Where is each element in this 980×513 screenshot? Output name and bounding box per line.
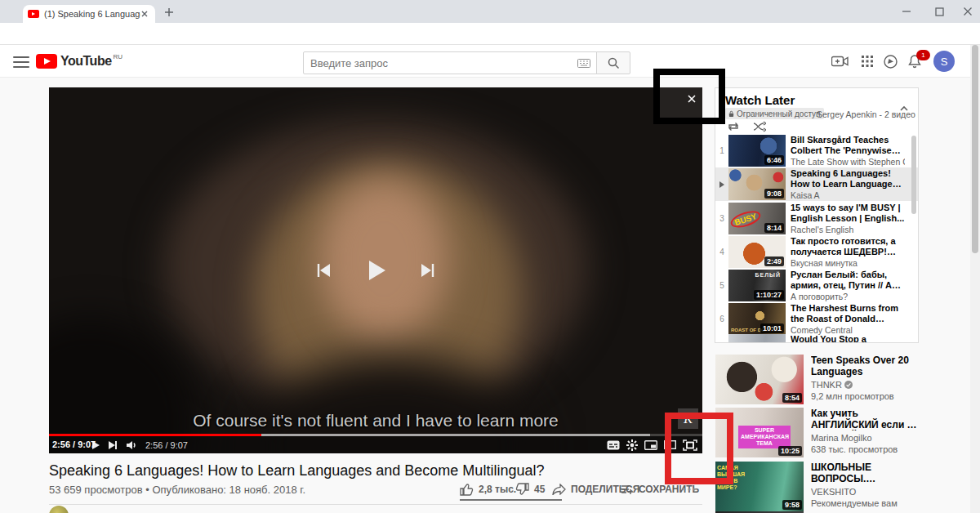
playlist-item[interactable]: 6ROAST OF DO10:01The Harshest Burns from…	[715, 302, 918, 336]
recommended-thumbnail: 8:54	[715, 355, 804, 404]
playlist-index: 1	[715, 134, 728, 167]
recommended-item[interactable]: 8:54Teen Speaks Over 20 LanguagesTHNKR9,…	[715, 353, 920, 404]
playlist-item-meta: Speaking 6 Languages! How to Learn Langu…	[791, 168, 905, 200]
window-close-button[interactable]	[951, 0, 980, 23]
channel-avatar[interactable]	[49, 506, 69, 513]
playlist-item[interactable]: 42:49Так просто готовится, а получается …	[715, 235, 918, 269]
player-control-bar: 2:56 / 9:07 2:56 / 9:07	[49, 436, 702, 453]
playlist-item-title: Speaking 6 Languages! How to Learn Langu…	[791, 168, 905, 190]
notification-badge: 1	[916, 50, 930, 60]
playlist-thumbnail: BUSY8:14	[728, 203, 786, 234]
loop-playlist-icon[interactable]	[727, 121, 740, 132]
dislike-button[interactable]: 45	[515, 481, 545, 497]
playlist-item-title: 15 ways to say I'M BUSY | English Lesson…	[791, 203, 905, 224]
browser-titlebar: (1) Speaking 6 Languages! How t	[0, 0, 980, 23]
play-icon[interactable]	[363, 258, 388, 283]
new-tab-button[interactable]	[163, 7, 175, 18]
recommended-item-meta: Как учить АНГЛИЙСКИЙ если ты РУССКИЙ. 5 …	[811, 408, 920, 454]
window-minimize-button[interactable]	[890, 0, 923, 23]
player-center-controls	[49, 256, 702, 285]
now-playing-triangle-icon	[719, 181, 724, 188]
playlist-thumbnail: 2:49	[728, 236, 786, 268]
thumb-down-icon	[515, 483, 529, 496]
miniplayer-icon[interactable]	[644, 440, 657, 450]
recommended-title: ШКОЛЬНЫЕ ВОПРОСЫ. Школьники отвечают на.…	[811, 462, 920, 484]
tab-close-icon[interactable]	[140, 10, 149, 18]
caption-text: Of course it's not fluent and I have to …	[49, 411, 702, 430]
recommended-item[interactable]: САМАЯ ВЫСШАЯ ГОРА В МИРЕ?9:58ШКОЛЬНЫЕ ВО…	[715, 460, 920, 511]
search-button[interactable]	[596, 51, 630, 74]
playlist-thumbnail: 9:08	[728, 168, 786, 200]
create-video-icon[interactable]	[831, 53, 849, 69]
search-box[interactable]	[303, 51, 597, 74]
youtube-favicon-icon	[28, 10, 39, 18]
publish-date: Опубликовано: 18 нояб. 2018 г.	[152, 484, 305, 496]
previous-video-icon[interactable]	[314, 261, 332, 279]
like-button[interactable]: 2,8 тыс.	[460, 481, 516, 497]
messages-icon[interactable]	[881, 53, 899, 69]
next-video-icon[interactable]	[419, 261, 437, 279]
playlist-item[interactable]: 7Would You Stop a Underage Girl	[715, 333, 918, 342]
guide-menu-icon[interactable]	[13, 56, 29, 68]
shuffle-playlist-icon[interactable]	[753, 121, 766, 132]
collapse-chevron-icon[interactable]	[898, 103, 911, 116]
playlist-item[interactable]: 16:46Bill Skarsgård Teaches Colbert The …	[715, 134, 918, 167]
window-maximize-button[interactable]	[923, 0, 956, 23]
youtube-apps-icon[interactable]	[858, 53, 876, 69]
thumbnail-label: SUPER АМЕРИКАНСКАЯ ТЕМА	[738, 426, 791, 448]
youtube-logo[interactable]: YouTube RU	[36, 54, 122, 70]
playlist-item-meta: Bill Skarsgård Teaches Colbert The 'Penn…	[791, 135, 905, 167]
thumbnail-label: BUSY	[728, 208, 762, 231]
settings-gear-icon[interactable]	[626, 439, 638, 451]
playlist-thumbnail: ROAST OF DO10:01	[728, 303, 786, 335]
channel-name: Marina Mogilko	[811, 433, 872, 443]
playlist-scrollbar[interactable]	[911, 136, 916, 214]
youtube-wordmark: YouTube	[60, 54, 112, 69]
playlist-item[interactable]: 3BUSY8:1415 ways to say I'M BUSY | Engli…	[715, 202, 918, 235]
playlist-item-title: Так просто готовится, а получается ШЕДЕВ…	[791, 236, 905, 257]
volume-icon[interactable]	[126, 440, 137, 450]
page-scrollbar-thumb[interactable]	[972, 45, 978, 253]
like-count: 2,8 тыс.	[479, 484, 516, 495]
playlist-item-channel: Вкусная минутка	[791, 258, 905, 268]
recommended-views: Рекомендуемые вам	[811, 498, 920, 508]
video-player[interactable]: Of course it's not fluent and I have to …	[49, 87, 702, 453]
recommended-channel: VEKSHITO	[811, 487, 920, 497]
account-avatar-initial: S	[941, 56, 948, 68]
keyboard-icon[interactable]	[577, 56, 591, 70]
account-avatar[interactable]: S	[933, 51, 955, 72]
duration-badge: 10:25	[778, 446, 802, 456]
playlist-index: 7	[715, 333, 728, 342]
playlist-item-meta: Would You Stop a Underage Girl	[791, 334, 905, 342]
next-button-icon[interactable]	[108, 440, 118, 450]
recommended-item[interactable]: SUPER АМЕРИКАНСКАЯ ТЕМА10:25Как учить АН…	[715, 406, 920, 457]
playlist-item-channel: The Late Show with Stephen Colb...	[791, 157, 905, 167]
playlist-item-title: Руслан Белый: бабы, армия, отец, Путин /…	[791, 270, 905, 291]
thumbnail-label: БЕЛЫЙ	[755, 272, 782, 278]
stats-separator: •	[145, 484, 149, 496]
info-divider	[49, 504, 702, 505]
share-icon	[552, 484, 566, 495]
playlist-item-meta: Так просто готовится, а получается ШЕДЕВ…	[791, 236, 905, 268]
playlist-item-title: The Harshest Burns from the Roast of Don…	[791, 303, 905, 324]
playlist-item[interactable]: 5БЕЛЫЙ1:10:27Руслан Белый: бабы, армия, …	[715, 269, 918, 302]
thumb-up-icon	[460, 483, 474, 496]
recommended-views: 638 тыс. просмотров	[811, 444, 920, 454]
seek-time-tooltip: 2:56 / 9:07	[52, 439, 96, 449]
subtitles-icon[interactable]	[607, 440, 620, 450]
channel-name: VEKSHITO	[811, 487, 856, 497]
youtube-play-icon	[36, 54, 57, 69]
playlist-item[interactable]: 9:08Speaking 6 Languages! How to Learn L…	[715, 167, 918, 201]
verified-badge-icon	[844, 381, 853, 389]
duration-badge: 10:01	[760, 323, 784, 333]
duration-badge: 8:54	[782, 393, 802, 403]
duration-badge: 8:14	[764, 223, 784, 233]
playlist-title: Watch Later	[725, 93, 795, 107]
recommended-item-meta: Teen Speaks Over 20 LanguagesTHNKR9,2 мл…	[811, 355, 920, 401]
recommended-title: Teen Speaks Over 20 Languages	[811, 355, 920, 377]
search-input[interactable]	[304, 57, 577, 69]
playlist-item-channel: А поговорить?	[791, 292, 905, 301]
playlist-item-meta: 15 ways to say I'M BUSY | English Lesson…	[791, 203, 905, 234]
recommended-list: 8:54Teen Speaks Over 20 LanguagesTHNKR9,…	[715, 351, 920, 513]
browser-tab[interactable]: (1) Speaking 6 Languages! How t	[23, 5, 155, 23]
